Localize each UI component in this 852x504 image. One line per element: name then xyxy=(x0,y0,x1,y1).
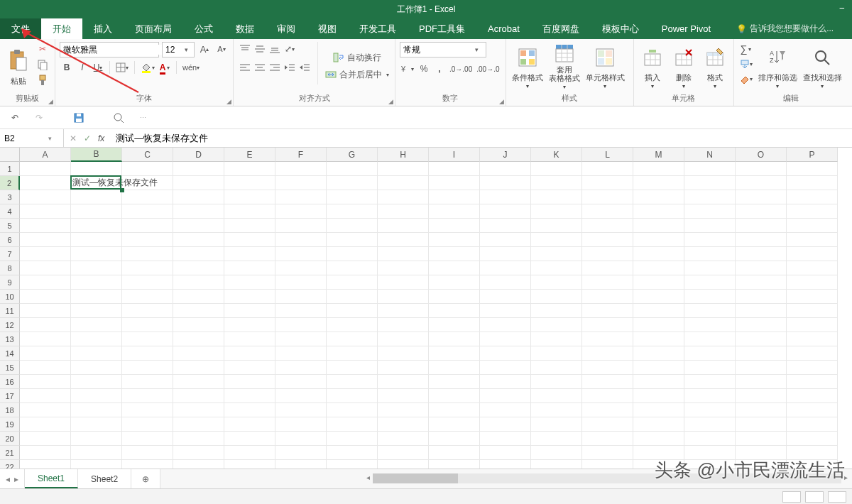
cell[interactable] xyxy=(582,460,633,469)
cell[interactable] xyxy=(429,432,480,446)
format-as-table-button[interactable]: 套用 表格格式▾ xyxy=(547,42,581,90)
cell[interactable] xyxy=(633,304,684,318)
cell[interactable] xyxy=(378,389,429,403)
conditional-formatting-button[interactable]: 条件格式▾ xyxy=(510,42,545,90)
accounting-format-button[interactable]: ¥▾ xyxy=(400,62,415,76)
cell[interactable] xyxy=(20,432,71,446)
cell[interactable] xyxy=(480,417,531,432)
cell[interactable] xyxy=(327,219,378,233)
cell[interactable] xyxy=(224,219,275,233)
cell[interactable] xyxy=(378,375,429,389)
spreadsheet-grid[interactable]: ABCDEFGHIJKLMNOP 12345678910111213141516… xyxy=(0,148,852,469)
cell[interactable] xyxy=(531,247,582,261)
comma-button[interactable]: , xyxy=(432,62,447,76)
cell[interactable] xyxy=(327,432,378,446)
cell[interactable] xyxy=(224,204,275,219)
cell[interactable] xyxy=(480,432,531,446)
cell[interactable] xyxy=(633,204,684,219)
cell[interactable] xyxy=(736,204,787,219)
clear-button[interactable]: ▾ xyxy=(738,72,754,86)
cell[interactable] xyxy=(531,204,582,219)
cell[interactable] xyxy=(480,389,531,403)
insert-cells-button[interactable]: 插入▾ xyxy=(638,42,667,90)
cell[interactable] xyxy=(71,190,122,204)
cell[interactable] xyxy=(429,233,480,247)
cell[interactable] xyxy=(633,275,684,290)
sort-filter-button[interactable]: AZ 排序和筛选▾ xyxy=(757,42,799,90)
cell[interactable] xyxy=(173,204,224,219)
cell[interactable] xyxy=(327,233,378,247)
cell[interactable] xyxy=(736,247,787,261)
cell[interactable] xyxy=(327,304,378,318)
cell[interactable] xyxy=(531,233,582,247)
cell[interactable] xyxy=(71,261,122,275)
cell[interactable] xyxy=(531,275,582,290)
row-header[interactable]: 14 xyxy=(0,346,20,361)
cell[interactable] xyxy=(71,403,122,417)
cell[interactable] xyxy=(480,162,531,176)
cell[interactable] xyxy=(684,190,736,204)
cell[interactable] xyxy=(275,417,327,432)
cell[interactable] xyxy=(429,162,480,176)
cell[interactable] xyxy=(224,417,275,432)
cell[interactable] xyxy=(787,247,838,261)
cell[interactable] xyxy=(429,375,480,389)
wrap-text-button[interactable]: 自动换行 xyxy=(324,50,390,65)
cell[interactable] xyxy=(173,332,224,346)
cell[interactable] xyxy=(429,446,480,460)
cell[interactable] xyxy=(71,247,122,261)
select-all-corner[interactable] xyxy=(0,148,20,162)
cell[interactable] xyxy=(633,233,684,247)
cell[interactable] xyxy=(787,219,838,233)
cell[interactable] xyxy=(378,275,429,290)
view-normal-button[interactable] xyxy=(782,491,801,503)
cell[interactable] xyxy=(275,204,327,219)
cell[interactable] xyxy=(20,375,71,389)
font-size-combo[interactable]: ▾ xyxy=(162,42,195,57)
cell[interactable] xyxy=(327,275,378,290)
cell[interactable]: 测试—恢复未保存文件 xyxy=(71,176,122,190)
menu-tab-7[interactable]: 视图 xyxy=(307,18,348,39)
cut-button[interactable]: ✂ xyxy=(36,42,50,56)
row-header[interactable]: 10 xyxy=(0,290,20,304)
cell[interactable] xyxy=(122,332,173,346)
cell[interactable] xyxy=(71,162,122,176)
column-header[interactable]: P xyxy=(787,148,838,162)
cell[interactable] xyxy=(122,176,173,190)
cell[interactable] xyxy=(122,275,173,290)
cell[interactable] xyxy=(327,176,378,190)
cell[interactable] xyxy=(787,318,838,332)
cell[interactable] xyxy=(20,219,71,233)
cell[interactable] xyxy=(684,375,736,389)
cell[interactable] xyxy=(736,446,787,460)
cell[interactable] xyxy=(736,375,787,389)
cell[interactable] xyxy=(122,162,173,176)
cell[interactable] xyxy=(480,261,531,275)
cell[interactable] xyxy=(378,304,429,318)
hscroll-area[interactable]: ◂ ▸ xyxy=(160,469,852,488)
cell[interactable] xyxy=(378,446,429,460)
cell[interactable] xyxy=(224,304,275,318)
cell[interactable] xyxy=(327,346,378,361)
border-button[interactable]: ▾ xyxy=(114,60,130,75)
cell[interactable] xyxy=(173,432,224,446)
cell[interactable] xyxy=(378,162,429,176)
cell[interactable] xyxy=(633,417,684,432)
column-header[interactable]: F xyxy=(275,148,327,162)
cell[interactable] xyxy=(480,318,531,332)
cell[interactable] xyxy=(173,247,224,261)
cell[interactable] xyxy=(122,290,173,304)
cell[interactable] xyxy=(327,290,378,304)
cell[interactable] xyxy=(20,247,71,261)
row-header[interactable]: 1 xyxy=(0,162,20,176)
cell[interactable] xyxy=(531,403,582,417)
align-center-button[interactable] xyxy=(253,60,267,75)
cell[interactable] xyxy=(71,389,122,403)
cell[interactable] xyxy=(20,190,71,204)
cell[interactable] xyxy=(633,332,684,346)
cell[interactable] xyxy=(736,261,787,275)
cell[interactable] xyxy=(327,190,378,204)
cell[interactable] xyxy=(480,204,531,219)
menu-tab-10[interactable]: Acrobat xyxy=(476,18,531,39)
cell[interactable] xyxy=(173,460,224,469)
